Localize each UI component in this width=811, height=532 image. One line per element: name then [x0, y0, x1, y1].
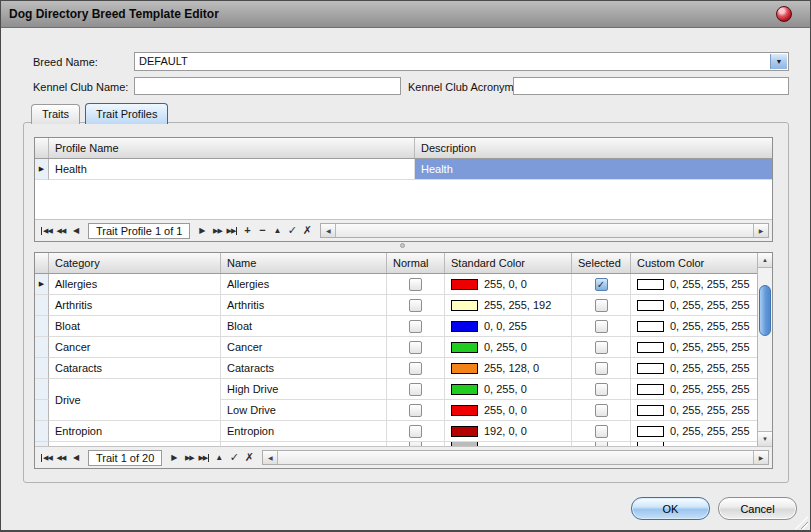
name-cell[interactable]: Cataracts: [221, 358, 387, 379]
kennel-club-name-input[interactable]: [134, 77, 401, 95]
standard-color-cell[interactable]: 255, 255, 192: [445, 295, 572, 316]
category-cell[interactable]: Drive: [49, 379, 221, 421]
name-cell[interactable]: High Drive: [221, 379, 387, 400]
category-cell[interactable]: Cataracts: [49, 358, 221, 379]
normal-checkbox[interactable]: ✓: [409, 362, 422, 375]
selected-cell[interactable]: ✓: [572, 400, 631, 421]
post-edit-button[interactable]: ✓: [286, 224, 298, 238]
selected-checkbox[interactable]: ✓: [595, 404, 608, 417]
normal-checkbox[interactable]: ✓: [409, 278, 422, 291]
custom-color-cell[interactable]: 0, 255, 255, 255: [631, 358, 757, 379]
custom-color-cell[interactable]: 0, 255, 255, 255: [631, 274, 757, 295]
scroll-track[interactable]: [336, 224, 753, 237]
last-record-button[interactable]: ▶▶: [226, 224, 238, 238]
vertical-scrollbar[interactable]: ▲ ▼: [757, 253, 772, 446]
edit-record-button[interactable]: ▲: [271, 224, 283, 238]
scroll-up-button[interactable]: ▲: [758, 253, 772, 268]
next-page-button[interactable]: ▶▶: [211, 224, 223, 238]
category-cell[interactable]: Allergies: [49, 274, 221, 295]
resize-grip[interactable]: [795, 516, 808, 529]
combobox-dropdown-button[interactable]: ▼: [770, 54, 787, 69]
edit-record-button[interactable]: ▲: [213, 451, 225, 465]
horizontal-scrollbar[interactable]: ◀▶: [262, 450, 769, 465]
selected-checkbox[interactable]: ✓: [595, 425, 608, 438]
category-cell[interactable]: Cancer: [49, 337, 221, 358]
first-record-button[interactable]: ◀◀: [40, 224, 52, 238]
cancel-edit-button[interactable]: ✗: [301, 224, 313, 238]
normal-checkbox[interactable]: ✓: [409, 425, 422, 438]
name-cell[interactable]: Allergies: [221, 274, 387, 295]
splitter-handle[interactable]: [400, 243, 405, 248]
category-cell[interactable]: Bloat: [49, 316, 221, 337]
selected-checkbox[interactable]: ✓: [595, 299, 608, 312]
first-record-button[interactable]: ◀◀: [40, 451, 52, 465]
scroll-left-button[interactable]: ◀: [321, 224, 336, 237]
normal-cell[interactable]: ✓: [387, 274, 445, 295]
column-header-custom-color[interactable]: Custom Color: [631, 253, 757, 273]
normal-cell[interactable]: ✓: [387, 379, 445, 400]
append-record-button[interactable]: +: [241, 224, 253, 238]
scroll-left-button[interactable]: ◀: [263, 451, 278, 464]
standard-color-cell[interactable]: 0, 0, 255: [445, 316, 572, 337]
normal-checkbox[interactable]: ✓: [409, 299, 422, 312]
tab-traits[interactable]: Traits: [31, 104, 80, 124]
standard-color-cell[interactable]: 255, 128, 0: [445, 358, 572, 379]
selected-checkbox[interactable]: ✓: [595, 320, 608, 333]
normal-cell[interactable]: ✓: [387, 421, 445, 442]
normal-checkbox[interactable]: ✓: [409, 320, 422, 333]
column-header-profile-name[interactable]: Profile Name: [49, 138, 415, 158]
selected-checkbox[interactable]: ✓: [595, 278, 608, 291]
selected-cell[interactable]: ✓: [572, 337, 631, 358]
ok-button[interactable]: OK: [631, 497, 710, 520]
custom-color-cell[interactable]: 0, 255, 255, 255: [631, 400, 757, 421]
scroll-right-button[interactable]: ▶: [753, 451, 768, 464]
selected-checkbox[interactable]: ✓: [595, 362, 608, 375]
last-record-button[interactable]: ▶▶: [198, 451, 210, 465]
normal-checkbox[interactable]: ✓: [409, 404, 422, 417]
next-page-button[interactable]: ▶▶: [183, 451, 195, 465]
column-header-standard-color[interactable]: Standard Color: [445, 253, 572, 273]
column-header-category[interactable]: Category: [49, 253, 221, 273]
breed-name-combobox[interactable]: DEFAULT ▼: [134, 52, 789, 71]
standard-color-cell[interactable]: 255, 0, 0: [445, 274, 572, 295]
normal-cell[interactable]: ✓: [387, 358, 445, 379]
selected-checkbox[interactable]: ✓: [595, 383, 608, 396]
horizontal-scrollbar[interactable]: ◀▶: [320, 223, 769, 238]
cancel-button[interactable]: Cancel: [718, 497, 797, 520]
normal-checkbox[interactable]: ✓: [409, 341, 422, 354]
name-cell[interactable]: Bloat: [221, 316, 387, 337]
next-record-button[interactable]: ▶: [168, 451, 180, 465]
column-header-selected[interactable]: Selected: [572, 253, 631, 273]
description-cell[interactable]: Health: [415, 159, 772, 180]
previous-record-button[interactable]: ◀: [70, 451, 82, 465]
previous-record-button[interactable]: ◀: [70, 224, 82, 238]
category-cell[interactable]: Arthritis: [49, 295, 221, 316]
previous-page-button[interactable]: ◀◀: [55, 224, 67, 238]
name-cell[interactable]: Arthritis: [221, 295, 387, 316]
custom-color-cell[interactable]: 0, 255, 255, 255: [631, 316, 757, 337]
scroll-down-button[interactable]: ▼: [758, 431, 772, 446]
normal-cell[interactable]: ✓: [387, 316, 445, 337]
previous-page-button[interactable]: ◀◀: [55, 451, 67, 465]
selected-checkbox[interactable]: ✓: [595, 341, 608, 354]
normal-cell[interactable]: ✓: [387, 400, 445, 421]
custom-color-cell[interactable]: 0, 255, 255, 255: [631, 337, 757, 358]
normal-checkbox[interactable]: ✓: [409, 383, 422, 396]
scroll-thumb[interactable]: [759, 285, 771, 336]
name-cell[interactable]: Low Drive: [221, 400, 387, 421]
custom-color-cell[interactable]: 0, 255, 255, 255: [631, 295, 757, 316]
selected-cell[interactable]: ✓: [572, 379, 631, 400]
custom-color-cell[interactable]: 0, 255, 255, 255: [631, 379, 757, 400]
selected-cell[interactable]: ✓: [572, 316, 631, 337]
custom-color-cell[interactable]: 0, 255, 255, 255: [631, 421, 757, 442]
cancel-edit-button[interactable]: ✗: [243, 451, 255, 465]
profile-row[interactable]: ▶HealthHealth: [35, 159, 772, 180]
column-header-name[interactable]: Name: [221, 253, 387, 273]
normal-cell[interactable]: ✓: [387, 337, 445, 358]
kennel-club-acronym-input[interactable]: [513, 77, 789, 95]
next-record-button[interactable]: ▶: [196, 224, 208, 238]
selected-cell[interactable]: ✓: [572, 295, 631, 316]
standard-color-cell[interactable]: 192, 0, 0: [445, 421, 572, 442]
scroll-right-button[interactable]: ▶: [753, 224, 768, 237]
standard-color-cell[interactable]: 0, 255, 0: [445, 379, 572, 400]
